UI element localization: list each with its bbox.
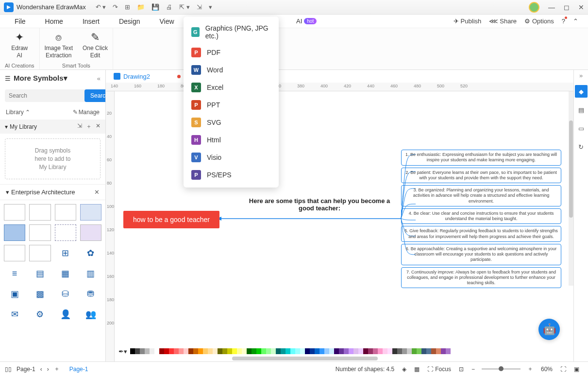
- zoom-out-icon[interactable]: −: [471, 366, 475, 373]
- shape-item[interactable]: ✿: [80, 245, 101, 261]
- color-swatch[interactable]: [154, 348, 159, 354]
- export-item[interactable]: PPDF: [184, 44, 279, 61]
- shape-item[interactable]: [29, 224, 50, 241]
- export-item[interactable]: SSVG: [184, 114, 279, 131]
- view-mode-icon[interactable]: ▣: [574, 366, 579, 373]
- import-icon[interactable]: ⇲: [197, 3, 202, 11]
- color-swatch[interactable]: [159, 348, 164, 354]
- shape-item[interactable]: ✉: [4, 306, 25, 323]
- color-swatch[interactable]: [383, 348, 387, 354]
- export-item[interactable]: WWord: [184, 61, 279, 79]
- export-item[interactable]: HHtml: [184, 131, 279, 149]
- menu-view[interactable]: View: [160, 17, 174, 25]
- color-swatch[interactable]: [184, 348, 188, 354]
- color-swatch[interactable]: [300, 348, 305, 354]
- color-swatch[interactable]: [266, 348, 271, 354]
- color-swatch[interactable]: [407, 348, 412, 354]
- color-swatch[interactable]: [305, 348, 310, 354]
- zoom-slider[interactable]: [482, 368, 521, 370]
- color-swatch[interactable]: [222, 348, 227, 354]
- color-swatch[interactable]: [339, 348, 344, 354]
- pages-icon[interactable]: ▯▯: [5, 366, 12, 373]
- color-swatch[interactable]: [349, 348, 353, 354]
- shape-item[interactable]: ▦: [55, 265, 76, 282]
- color-swatch[interactable]: [218, 348, 222, 354]
- color-swatch[interactable]: [441, 348, 446, 354]
- export-icon[interactable]: ⇱ ▾: [179, 3, 190, 11]
- shape-item[interactable]: ≡: [4, 265, 25, 282]
- mylib-close-icon[interactable]: ✕: [96, 122, 101, 131]
- color-swatch[interactable]: [145, 348, 150, 354]
- shape-item[interactable]: ⚙: [29, 306, 50, 323]
- new-icon[interactable]: ⊞: [125, 3, 130, 11]
- color-swatch[interactable]: [402, 348, 407, 354]
- shape-item[interactable]: ⊞: [55, 245, 76, 261]
- mindmap-tip[interactable]: 5. Give feedback: Regularly providing fe…: [401, 226, 561, 242]
- manage-button[interactable]: ✎ Manage: [73, 109, 100, 116]
- color-swatch[interactable]: [198, 348, 203, 354]
- menu-insert[interactable]: Insert: [83, 17, 100, 25]
- shape-item[interactable]: ⛃: [80, 286, 101, 302]
- export-item[interactable]: PPPT: [184, 96, 279, 114]
- maximize-icon[interactable]: ◻: [564, 3, 570, 11]
- mindmap-tip[interactable]: 6. Be approachable: Creating a supportiv…: [401, 244, 561, 265]
- color-swatch[interactable]: [179, 348, 184, 354]
- expand-right-icon[interactable]: »: [579, 72, 583, 79]
- color-swatch[interactable]: [203, 348, 208, 354]
- color-swatch[interactable]: [431, 348, 436, 354]
- color-swatch[interactable]: [276, 348, 281, 354]
- ent-close-icon[interactable]: ✕: [94, 188, 100, 196]
- drop-zone[interactable]: Drag symbols here to add to My Library: [5, 138, 101, 179]
- shape-item[interactable]: [4, 204, 25, 221]
- color-swatch[interactable]: [237, 348, 242, 354]
- color-swatch[interactable]: [344, 348, 349, 354]
- color-swatch[interactable]: [193, 348, 198, 354]
- color-swatch[interactable]: [334, 348, 339, 354]
- dropper-icon[interactable]: ✒▾: [118, 348, 127, 355]
- shape-item[interactable]: ▤: [29, 265, 50, 282]
- mindmap-tip[interactable]: 1. Be enthusiastic: Expressing enthusias…: [401, 150, 561, 166]
- color-swatch[interactable]: [169, 348, 174, 354]
- shape-item[interactable]: ▩: [29, 286, 50, 302]
- color-swatch[interactable]: [363, 348, 368, 354]
- color-swatch[interactable]: [421, 348, 426, 354]
- shape-item[interactable]: [55, 204, 76, 221]
- color-swatch[interactable]: [392, 348, 397, 354]
- color-swatch[interactable]: [261, 348, 266, 354]
- library-label[interactable]: Library ⌃: [6, 109, 30, 116]
- zoom-value[interactable]: 60%: [541, 366, 553, 373]
- image-text-extraction-button[interactable]: ⌾Image Text Extraction: [45, 31, 73, 59]
- history-icon[interactable]: ↻: [575, 140, 588, 153]
- publish-button[interactable]: ✈ Publish: [454, 17, 482, 25]
- shape-item[interactable]: [4, 224, 25, 241]
- qat-more-icon[interactable]: ▾: [209, 3, 212, 11]
- color-swatch[interactable]: [242, 348, 247, 354]
- zoom-in-icon[interactable]: ＋: [527, 365, 533, 373]
- collapse-ribbon-icon[interactable]: ⌃: [573, 17, 578, 25]
- color-swatch[interactable]: [378, 348, 383, 354]
- page-indicator[interactable]: Page-1: [69, 366, 88, 373]
- color-swatch[interactable]: [256, 348, 261, 354]
- my-library-header[interactable]: ▾ My Library ⇲ ＋ ✕: [0, 120, 105, 134]
- focus-button[interactable]: ⛶ Focus: [427, 366, 451, 373]
- color-swatch[interactable]: [373, 348, 378, 354]
- close-icon[interactable]: ✕: [578, 3, 584, 11]
- mindmap-tip[interactable]: 4. Be clear: Use clear and concise instr…: [401, 208, 561, 224]
- options-button[interactable]: ⚙ Options: [524, 17, 554, 25]
- shape-item[interactable]: [55, 224, 76, 241]
- color-swatch[interactable]: [130, 348, 135, 354]
- shape-item[interactable]: [29, 245, 50, 261]
- menu-file[interactable]: File: [15, 17, 26, 25]
- color-swatch[interactable]: [426, 348, 431, 354]
- color-swatch[interactable]: [290, 348, 295, 354]
- color-swatch[interactable]: [227, 348, 232, 354]
- shape-item[interactable]: 👥: [80, 306, 101, 323]
- color-swatch[interactable]: [286, 348, 290, 354]
- color-swatch[interactable]: [324, 348, 329, 354]
- shape-item[interactable]: [80, 224, 101, 241]
- color-swatch[interactable]: [252, 348, 256, 354]
- mindmap-tip[interactable]: 2. Be patient: Everyone learns at their …: [401, 168, 561, 184]
- shape-item[interactable]: ▣: [4, 286, 25, 302]
- shape-item[interactable]: ⛁: [55, 286, 76, 302]
- export-item[interactable]: VVisio: [184, 149, 279, 166]
